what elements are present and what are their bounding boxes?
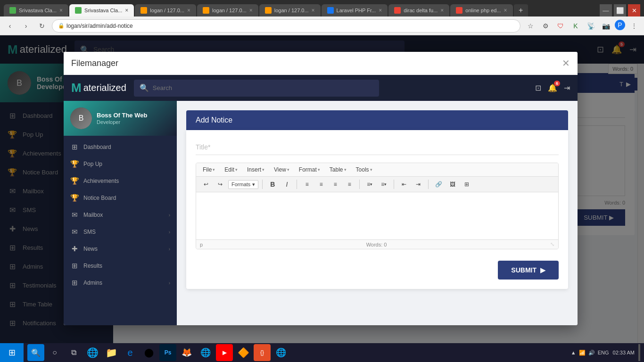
toolbar-outdent-button[interactable]: ⇤ xyxy=(398,179,410,190)
inner-sidebar-item-notice-board[interactable]: 🏆 Notice Board xyxy=(64,189,177,206)
inner-sidebar-item-achievements[interactable]: 🏆 Achievements xyxy=(64,173,177,189)
inner-logout-icon[interactable]: ⇥ xyxy=(564,83,570,92)
toolbar-formats-dropdown[interactable]: Formats ▾ xyxy=(228,180,258,189)
toolbar-align-left-button[interactable]: ≡ xyxy=(301,179,313,190)
toolbar-redo-button[interactable]: ↪ xyxy=(214,179,226,190)
inner-logo-text: aterialized xyxy=(83,82,126,93)
toolbar-italic-button[interactable]: I xyxy=(281,179,293,190)
browser-tab-1[interactable]: Srivastava Cla... × xyxy=(4,4,68,16)
kaspersky-icon[interactable]: K xyxy=(570,20,582,32)
taskbar-taskview-icon[interactable]: ⧉ xyxy=(65,344,82,361)
browser-tab-8[interactable]: online php ed... × xyxy=(450,4,512,16)
editor-menu-view[interactable]: View ▾ xyxy=(271,165,292,174)
camera-icon[interactable]: 📷 xyxy=(600,20,612,32)
toolbar-image-button[interactable]: 🖼 xyxy=(446,179,459,190)
network-icon[interactable]: 📶 xyxy=(579,350,586,356)
nav-icons: ☆ ⚙ 🛡 K 📡 📷 P ⋮ xyxy=(524,20,640,32)
toolbar-indent-button[interactable]: ⇥ xyxy=(412,179,424,190)
toolbar-link-button[interactable]: 🔗 xyxy=(432,179,445,190)
inner-sidebar-item-sms[interactable]: ✉ SMS › xyxy=(64,223,177,240)
profile-icon[interactable]: P xyxy=(615,20,625,30)
submit-arrow-icon: ▶ xyxy=(540,266,545,274)
taskbar-photoshop-icon[interactable]: Ps xyxy=(159,344,176,361)
inner-search-input[interactable] xyxy=(153,84,373,91)
tab-close-2[interactable]: × xyxy=(125,7,128,14)
taskbar-chrome3-icon[interactable]: 🌐 xyxy=(197,344,214,361)
tab-favicon-1 xyxy=(9,7,16,14)
vpn-icon[interactable]: 📡 xyxy=(585,20,597,32)
browser-tab-7[interactable]: dirac delta fu... × xyxy=(388,4,449,16)
taskbar-brackets-icon[interactable]: {} xyxy=(254,344,271,361)
tab-close-4[interactable]: × xyxy=(249,7,253,14)
taskbar-explorer-icon[interactable]: 📁 xyxy=(103,344,120,361)
toolbar-align-right-button[interactable]: ≡ xyxy=(329,179,341,190)
reload-button[interactable]: ↻ xyxy=(36,20,48,32)
modal-close-button[interactable]: ✕ xyxy=(562,58,570,69)
submit-button[interactable]: SUBMIT ▶ xyxy=(498,261,559,280)
tab-close-5[interactable]: × xyxy=(312,7,315,14)
new-tab-button[interactable]: + xyxy=(514,4,528,16)
inner-sidebar-item-results[interactable]: ⊞ Results xyxy=(64,257,177,274)
editor-menu-edit[interactable]: Edit ▾ xyxy=(222,165,240,174)
taskbar-firefox-icon[interactable]: 🦊 xyxy=(178,344,195,361)
editor-menu-table[interactable]: Table ▾ xyxy=(327,165,349,174)
maximize-button[interactable]: ⬜ xyxy=(614,4,626,16)
adblock-icon[interactable]: 🛡 xyxy=(554,20,567,32)
taskbar-search-icon[interactable]: 🔍 xyxy=(27,344,44,361)
address-bar[interactable]: 🔒 logan/sir/admin/add-notice xyxy=(52,19,520,33)
inner-sidebar-item-news[interactable]: ✚ News › xyxy=(64,240,177,257)
extensions-icon[interactable]: ⚙ xyxy=(539,20,552,32)
show-desktop-button[interactable] xyxy=(638,344,640,361)
toolbar-bold-button[interactable]: B xyxy=(266,179,279,190)
taskbar-chrome4-icon[interactable]: 🌐 xyxy=(272,344,289,361)
add-notice-form: File ▾ Edit ▾ Insert ▾ xyxy=(186,130,568,289)
bookmark-star-icon[interactable]: ☆ xyxy=(524,20,537,32)
tab-close-1[interactable]: × xyxy=(59,7,63,14)
toolbar-number-list-button[interactable]: ≡ ▾ xyxy=(378,179,390,190)
editor-menu-format[interactable]: Format ▾ xyxy=(296,165,323,174)
start-button[interactable]: ⊞ xyxy=(0,343,24,362)
inner-sidebar-item-admins[interactable]: ⊞ Admins › xyxy=(64,274,177,291)
tab-close-3[interactable]: × xyxy=(187,7,190,14)
chevron-up-icon[interactable]: ▲ xyxy=(571,350,576,355)
inner-profile: B Boss Of The Web Developer xyxy=(64,101,177,136)
view-menu-label: View xyxy=(274,166,286,173)
toolbar-bullet-list-button[interactable]: ≡ ▾ xyxy=(363,179,376,190)
inner-sidebar-item-mailbox[interactable]: ✉ Mailbox › xyxy=(64,206,177,223)
taskbar-youtube-icon[interactable]: ▶ xyxy=(216,344,233,361)
inner-fullscreen-icon[interactable]: ⊡ xyxy=(535,83,541,92)
toolbar-align-center-button[interactable]: ≡ xyxy=(315,179,327,190)
taskbar-cortana-icon[interactable]: ○ xyxy=(46,344,63,361)
back-button[interactable]: ‹ xyxy=(4,20,16,32)
inner-sidebar-item-popup[interactable]: 🏆 Pop Up xyxy=(64,156,177,173)
toolbar-embed-button[interactable]: ⊞ xyxy=(461,179,473,190)
editor-menu-insert[interactable]: Insert ▾ xyxy=(244,165,267,174)
tab-close-6[interactable]: × xyxy=(379,7,382,14)
browser-tab-5[interactable]: logan / 127.0... × xyxy=(259,4,321,16)
inner-notification-icon[interactable]: 🔔 6 xyxy=(548,83,557,92)
minimize-button[interactable]: — xyxy=(600,4,612,16)
browser-tab-2[interactable]: Srivastava Cla... × xyxy=(69,4,134,16)
inner-sidebar-item-dashboard[interactable]: ⊞ Dashboard xyxy=(64,139,177,156)
forward-button[interactable]: › xyxy=(20,20,32,32)
taskbar-chrome2-icon[interactable]: ⬤ xyxy=(140,344,157,361)
taskbar-chrome-icon[interactable]: 🌐 xyxy=(84,344,101,361)
taskbar-edge-icon[interactable]: e xyxy=(122,344,139,361)
tab-close-7[interactable]: × xyxy=(440,7,444,14)
taskbar-vlc-icon[interactable]: 🔶 xyxy=(235,344,252,361)
browser-tab-6[interactable]: Laravel PHP Fr... × xyxy=(322,4,388,16)
close-button[interactable]: ✕ xyxy=(628,4,640,16)
volume-icon[interactable]: 🔊 xyxy=(588,350,595,356)
editor-body[interactable] xyxy=(196,192,558,239)
browser-tab-4[interactable]: logan / 127.0... × xyxy=(197,4,258,16)
menu-icon[interactable]: ⋮ xyxy=(628,20,640,32)
title-input[interactable] xyxy=(196,140,559,155)
editor-menu-tools[interactable]: Tools ▾ xyxy=(353,165,375,174)
editor-resize-handle[interactable]: ⤡ xyxy=(550,241,554,247)
toolbar-align-justify-button[interactable]: ≡ xyxy=(343,179,355,190)
editor-menu-file[interactable]: File ▾ xyxy=(200,165,218,174)
inner-logo-letter: M xyxy=(71,81,82,95)
tab-close-8[interactable]: × xyxy=(504,7,507,14)
browser-tab-3[interactable]: logan / 127.0... × xyxy=(135,4,196,16)
toolbar-undo-button[interactable]: ↩ xyxy=(200,179,212,190)
